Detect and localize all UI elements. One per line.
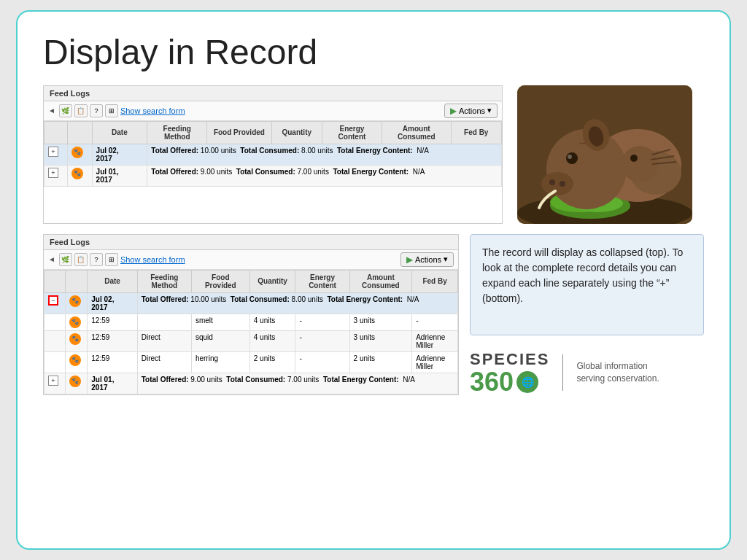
bth-method: Feeding Method: [137, 270, 191, 292]
bottom-feed-table: Date Feeding Method Food Provided Quanti…: [44, 270, 458, 394]
date-cell-2: Jul 01,2017: [92, 165, 147, 186]
bth-amount: Amount Consumed: [349, 270, 412, 292]
top-panel-header: Feed Logs: [44, 86, 502, 101]
animal-icon-cell-b4: 🐾: [65, 351, 88, 373]
toolbar-icon-b2[interactable]: 📋: [74, 253, 88, 266]
collapse-triangle-bottom[interactable]: ◄: [48, 255, 55, 263]
amount-cell-1: 3 units: [349, 314, 412, 330]
fedby-cell-1: -: [412, 314, 458, 330]
animal-icon: 🐾: [71, 147, 83, 158]
bottom-panel-header: Feed Logs: [44, 235, 458, 250]
description-box: The record will display as collapsed (to…: [470, 234, 704, 335]
bottom-feed-panel: Feed Logs ◄ 🌿 📋 ? ⊞ Show search form ▶ A…: [43, 234, 459, 395]
th-icon: [67, 121, 92, 144]
food-cell-3: herring: [191, 351, 249, 373]
actions-button-top[interactable]: ▶ Actions ▾: [444, 104, 498, 118]
th-energy: Energy Content: [322, 121, 382, 144]
expand-cell-2[interactable]: +: [44, 165, 68, 186]
toolbar-icon-b3[interactable]: ?: [90, 253, 103, 266]
animal-icon-b5: 🐾: [69, 376, 81, 387]
collapse-triangle[interactable]: ◄: [48, 106, 55, 114]
toolbar-icon-1[interactable]: 🌿: [59, 104, 72, 117]
bth-qty: Quantity: [249, 270, 295, 292]
th-method: Feeding Method: [147, 121, 207, 144]
food-cell-2: squid: [191, 330, 249, 351]
method-cell-1: [137, 314, 191, 330]
th-food: Food Provided: [207, 121, 271, 144]
expand-cell[interactable]: +: [44, 144, 68, 165]
svg-point-7: [541, 172, 573, 195]
svg-point-9: [560, 181, 565, 187]
bth-expand: [44, 270, 66, 292]
description-text: The record will display as collapsed (to…: [482, 246, 683, 304]
table-row: + 🐾 Jul 01,2017 Total Offered: 9.00 unit…: [44, 165, 502, 186]
expand-cell-b1[interactable]: −: [44, 292, 66, 314]
top-feed-panel: Feed Logs ◄ 🌿 📋 ? ⊞ Show search form ▶ A…: [43, 85, 503, 224]
toolbar-icon-2[interactable]: 📋: [74, 104, 88, 117]
th-expand: [44, 121, 68, 144]
expand-minus-icon[interactable]: −: [48, 295, 58, 306]
species-text: SPECIES: [470, 350, 549, 369]
slide-container: Display in Record Feed Logs ◄ 🌿 📋 ? ⊞ Sh…: [16, 10, 731, 550]
svg-point-10: [566, 152, 578, 164]
method-cell-3: Direct: [137, 351, 191, 373]
bottom-panel-toolbar: ◄ 🌿 📋 ? ⊞ Show search form ▶ Actions ▾: [44, 250, 458, 270]
animal-icon-cell-b1: 🐾: [65, 292, 88, 314]
summary-cell: Total Offered: 10.00 units Total Consume…: [147, 144, 502, 165]
svg-point-11: [568, 155, 572, 159]
qty-cell-3: 2 units: [249, 351, 295, 373]
summary-cell-b2: Total Offered: 9.00 units Total Consumed…: [137, 373, 457, 394]
animal-icon-b4: 🐾: [69, 354, 81, 366]
svg-point-8: [549, 179, 555, 185]
logo-tagline: Global informationserving conservation.: [576, 360, 659, 385]
actions-arrow-icon-b: ▶: [406, 254, 413, 265]
expand-plus-icon[interactable]: +: [48, 147, 58, 157]
bottom-area: Feed Logs ◄ 🌿 📋 ? ⊞ Show search form ▶ A…: [43, 234, 704, 395]
toolbar-icon-b1[interactable]: 🌿: [59, 253, 72, 266]
method-cell-2: Direct: [137, 330, 191, 351]
qty-cell-1: 4 units: [249, 314, 295, 330]
qty-cell-2: 4 units: [249, 330, 295, 351]
date-cell-b1: Jul 02,2017: [88, 292, 137, 314]
th-fedby: Fed By: [451, 121, 501, 144]
time-cell-1: 12:59: [88, 314, 137, 330]
date-cell: Jul 02,2017: [92, 144, 147, 165]
th-amount: Amount Consumed: [382, 121, 451, 144]
actions-button-bottom[interactable]: ▶ Actions ▾: [400, 252, 454, 267]
amount-cell-2: 3 units: [349, 330, 412, 351]
expand-plus-icon-b5[interactable]: +: [48, 376, 58, 386]
expand-plus-icon-2[interactable]: +: [48, 168, 58, 178]
animal-icon-b2: 🐾: [69, 316, 81, 328]
bottom-panel-title: Feed Logs: [50, 238, 90, 246]
time-cell-2: 12:59: [88, 330, 137, 351]
toolbar-icon-b4[interactable]: ⊞: [105, 253, 118, 266]
animal-icon-cell-b3: 🐾: [65, 330, 88, 351]
bth-date: Date: [88, 270, 137, 292]
species360-text-block: SPECIES 360 🌐: [470, 350, 549, 395]
table-row: 🐾 12:59 smelt 4 units - 3 units -: [44, 314, 458, 330]
species360-box: SPECIES 360 🌐 Global informationserving …: [470, 344, 689, 395]
animal-photo: [517, 85, 692, 224]
toolbar-icon-4[interactable]: ⊞: [105, 104, 118, 117]
globe-icon: 🌐: [516, 371, 538, 393]
actions-arrow-icon: ▶: [450, 106, 457, 116]
summary-cell-2: Total Offered: 9.00 units Total Consumed…: [147, 165, 502, 186]
th-qty: Quantity: [271, 121, 322, 144]
energy-cell-1: -: [295, 314, 349, 330]
toolbar-icon-3[interactable]: ?: [90, 104, 103, 117]
date-cell-b2: Jul 01,2017: [88, 373, 137, 394]
top-area: Feed Logs ◄ 🌿 📋 ? ⊞ Show search form ▶ A…: [43, 85, 704, 224]
animal-icon-cell-2: 🐾: [67, 165, 92, 186]
table-row: + 🐾 Jul 01,2017 Total Offered: 9.00 unit…: [44, 373, 458, 394]
animal-icon-cell: 🐾: [67, 144, 92, 165]
table-row: − 🐾 Jul 02,2017 Total Offered: 10.00 uni…: [44, 292, 458, 314]
logo-360-row: 360 🌐: [470, 369, 549, 395]
show-search-link-top[interactable]: Show search form: [120, 106, 185, 115]
right-column: The record will display as collapsed (to…: [470, 234, 704, 395]
top-feed-table: Date Feeding Method Food Provided Quanti…: [44, 121, 502, 187]
show-search-link-bottom[interactable]: Show search form: [120, 255, 185, 264]
animal-icon-cell-b2: 🐾: [65, 314, 88, 330]
slide-title: Display in Record: [43, 34, 704, 72]
time-cell-3: 12:59: [88, 351, 137, 373]
expand-cell-b5[interactable]: +: [44, 373, 66, 394]
